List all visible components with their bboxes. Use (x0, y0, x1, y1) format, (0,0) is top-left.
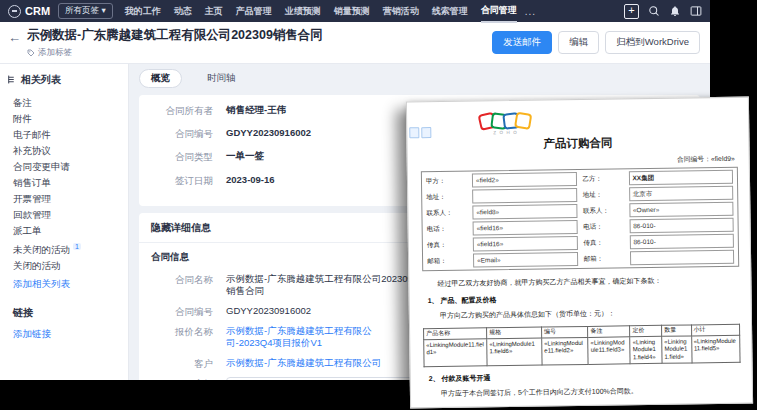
contract-number: 合同编号：«field9» (408, 154, 735, 169)
field-label: 合同编号 (151, 305, 213, 318)
sidebar-item-附件[interactable]: 附件 (13, 111, 128, 127)
product-cell: «LinkingModule11.field» (662, 336, 692, 363)
nav-tab-合同管理[interactable]: 合同管理 (481, 0, 517, 23)
party-value-box: «field16» (473, 236, 578, 251)
party-value-cell: 86-010- (627, 218, 736, 234)
party-row: 地址：地址：北京市 (424, 186, 735, 204)
sidebar-item-派工单[interactable]: 派工单 (13, 223, 128, 239)
related-list-header[interactable]: 相关列表 (7, 73, 128, 87)
view-tabs: 概览时间轴 (139, 70, 700, 88)
view-tab-时间轴[interactable]: 时间轴 (196, 70, 247, 87)
party-label-cell: 地址： (424, 190, 468, 205)
sidebar-item-开票管理[interactable]: 开票管理 (13, 191, 128, 207)
party-label-cell: 电话： (425, 222, 469, 237)
party-value-box: 86-010- (629, 218, 734, 233)
add-link-link[interactable]: 添加链接 (13, 326, 128, 342)
party-value-box (472, 188, 577, 203)
product-cell: «LinkingModule11.field2» (542, 338, 589, 365)
sidebar-item-关闭的活动[interactable]: 关闭的活动 (13, 258, 128, 274)
topnav-actions: + (624, 4, 702, 19)
field-value-link[interactable]: 示例数据-广东腾越建筑工程有限公司-2023Q4项目报价V1 (226, 325, 418, 350)
party-row: 联系人：«field8»联系人：«Owner» (424, 202, 735, 220)
page-flag-icon[interactable] (409, 127, 419, 138)
page-flag-icon[interactable] (421, 127, 431, 138)
field-label: 客户 (151, 357, 213, 370)
brand-label: CRM (25, 5, 50, 17)
nav-tab-产品管理[interactable]: 产品管理 (236, 0, 272, 22)
product-col-header: 产品名称 (424, 328, 487, 340)
nav-tab-业绩预测[interactable]: 业绩预测 (285, 0, 321, 22)
party-label-cell: 甲方： (424, 174, 468, 189)
product-cell: «LinkingModule11.field3» (588, 337, 630, 364)
section2-desc: 甲方应于本合同签订后，5个工作日内向乙方支付100%合同款。 (441, 385, 738, 399)
field-value: GDYY20230916002 (226, 127, 311, 139)
party-label-cell: 地址： (581, 187, 625, 202)
party-label-cell: 传真： (425, 238, 469, 253)
party-label-cell: 联系人： (424, 206, 468, 221)
document-edge-icons (409, 127, 431, 138)
field-value-editable: 示例数据-广东腾越建筑工程有限公司-2023Q4采购项目 (226, 377, 418, 380)
nav-tab-线索管理[interactable]: 线索管理 (432, 0, 468, 22)
nav-tab-动态[interactable]: 动态 (174, 0, 192, 22)
tag-icon (27, 49, 35, 57)
sidebar-item-备注[interactable]: 备注 (13, 95, 128, 111)
nav-tab-主页[interactable]: 主页 (205, 0, 223, 22)
related-list-items: 备注附件电子邮件补充协议合同变更申请销售订单开票管理回款管理派工单未关闭的活动1… (13, 95, 128, 274)
product-col-header: 规格 (487, 327, 542, 339)
back-arrow-icon[interactable]: ← (8, 30, 21, 45)
bell-icon[interactable] (669, 5, 681, 17)
field-label: 签订日期 (151, 174, 213, 187)
sidebar-item-销售订单[interactable]: 销售订单 (13, 175, 128, 191)
archive-workdrive-button[interactable]: 归档到WorkDrive (605, 31, 700, 54)
party-value-box: «field16» (473, 220, 578, 235)
party-value-cell (628, 250, 737, 266)
view-tab-概览[interactable]: 概览 (139, 69, 182, 88)
send-email-button[interactable]: 发送邮件 (492, 31, 552, 54)
document-intro: 经过甲乙双方友好协商，就甲方购买乙方产品相关事宜，确定如下条款： (423, 275, 736, 289)
section1-desc: 甲方向乙方购买的产品具体信息如下（货币单位：元）： (440, 307, 737, 321)
party-value-cell: «field8» (470, 204, 579, 220)
nav-tab-销量预测[interactable]: 销量预测 (334, 0, 370, 22)
field-label: 合同类型 (151, 150, 213, 163)
party-value-cell: «field16» (471, 220, 580, 236)
quick-create-button[interactable]: + (624, 4, 639, 19)
party-value-cell (470, 188, 579, 204)
related-list-icon (7, 75, 16, 84)
party-row: 邮箱：«Email»邮箱： (425, 250, 736, 268)
zoho-crm-logo[interactable]: CRM (8, 5, 50, 18)
nav-tab-营销活动[interactable]: 营销活动 (383, 0, 419, 22)
related-list-sidebar: 相关列表 备注附件电子邮件补充协议合同变更申请销售订单开票管理回款管理派工单未关… (0, 64, 129, 380)
sidebar-item-补充协议[interactable]: 补充协议 (13, 143, 128, 159)
editable-link-box[interactable]: 示例数据-广东腾越建筑工程有限公司-2023Q4采购项目 (226, 377, 418, 380)
add-tag-button[interactable]: 添加标签 (27, 47, 323, 59)
party-value-box: 北京市 (629, 186, 734, 201)
add-tag-label: 添加标签 (38, 47, 72, 59)
party-value-cell: «Owner» (627, 202, 736, 218)
field-value: GDYY20230916002 (226, 305, 311, 317)
field-value-link[interactable]: 示例数据-广东腾越建筑工程有限公司 (226, 357, 381, 369)
party-label-cell: 乙方： (580, 171, 624, 186)
nav-tab-我的工作[interactable]: 我的工作 (125, 0, 161, 22)
party-label-cell: 联系人： (581, 203, 625, 218)
all-tabs-dropdown[interactable]: 所有页签 ▾ (58, 3, 113, 19)
product-col-header: 编号 (541, 326, 587, 338)
product-table: 产品名称规格编号备注定价数量小计 «LinkingModule11.field1… (423, 324, 741, 367)
screenshot-canvas: { "colors":{"accent_blue":"#2d87f3","lin… (0, 0, 757, 410)
sidebar-item-回款管理[interactable]: 回款管理 (13, 207, 128, 223)
section1-title: 1、 产品、配置及价格 (428, 292, 737, 306)
header-buttons: 发送邮件 编辑 归档到WorkDrive (492, 31, 700, 54)
sidebar-item-未关闭的活动[interactable]: 未关闭的活动1 (13, 239, 128, 258)
more-tabs-button[interactable]: ... (525, 6, 536, 17)
add-related-list-link[interactable]: 添加相关列表 (13, 276, 128, 292)
sidebar-item-合同变更申请[interactable]: 合同变更申请 (13, 159, 128, 175)
party-value-cell: 北京市 (627, 186, 736, 202)
field-value: 2023-09-16 (226, 174, 275, 186)
party-value-cell: 86-010- (627, 234, 736, 250)
search-icon[interactable] (648, 5, 660, 17)
edit-button[interactable]: 编辑 (558, 31, 599, 54)
party-value-cell: «Email» (471, 252, 580, 268)
record-title-block: 示例数据-广东腾越建筑工程有限公司202309销售合同 添加标签 (27, 28, 323, 59)
sidebar-item-电子邮件[interactable]: 电子邮件 (13, 127, 128, 143)
product-cell: «LinkingModule11.field5» (691, 336, 740, 363)
panel-icon[interactable] (690, 5, 702, 17)
